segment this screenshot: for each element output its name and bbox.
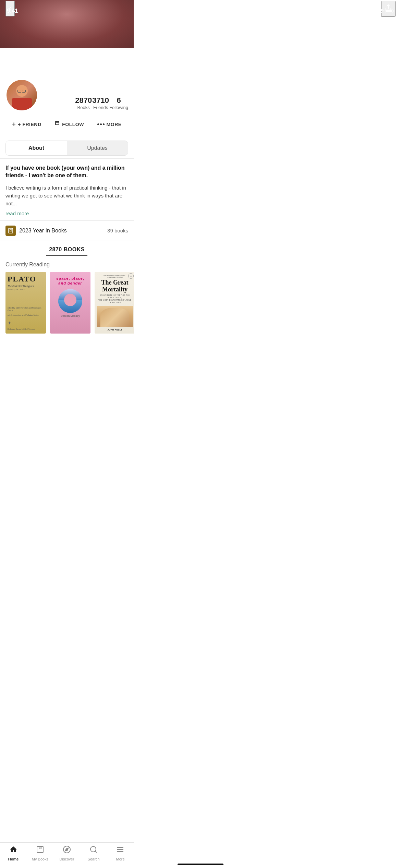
bio-body: I believe writing is a form of practical… <box>5 184 128 208</box>
read-more-link[interactable]: read more <box>5 210 128 216</box>
stat-friends[interactable]: 3710 Friends <box>92 96 109 110</box>
bio-section: If you have one book (your own) and a mi… <box>0 159 134 220</box>
books-count: 2870 <box>75 96 92 105</box>
book-space-place-gender[interactable]: space, place,and gender Doreen Massey <box>50 272 90 334</box>
space-title: space, place,and gender <box>56 276 84 286</box>
more-button[interactable]: MORE <box>93 119 126 130</box>
plato-title: PLATO <box>8 275 44 284</box>
friends-count: 3710 <box>92 96 109 105</box>
avatar <box>5 79 38 111</box>
book-plato[interactable]: PLATO The Collected Dialogues Including … <box>5 272 46 334</box>
book-great-mortality[interactable]: "Vivid, exciting and powerful reading...… <box>95 272 134 334</box>
books-section: 2870 BOOKS Currently Reading PLATO The C… <box>0 241 134 336</box>
plato-note: Including the Letters <box>8 288 44 291</box>
currently-reading-label: Currently Reading <box>0 262 134 272</box>
year-books-label: 2023 Year In Books <box>19 228 67 234</box>
year-books-count: 39 books <box>107 228 128 233</box>
tab-about[interactable]: About <box>6 141 67 155</box>
back-button[interactable]: ‹ <box>5 1 15 16</box>
mortality-author: JOHN KELLY <box>97 328 133 331</box>
year-in-books-row[interactable]: 2023 Year In Books 39 books <box>0 220 134 241</box>
stat-books[interactable]: 2870 Books <box>75 96 92 110</box>
tab-updates[interactable]: Updates <box>67 141 128 155</box>
books-label: Books <box>75 105 92 110</box>
friends-label: Friends <box>92 105 109 110</box>
mortality-subtitle: AN INTIMATE HISTORY OF THE BLACK DEATH,T… <box>97 294 133 304</box>
svg-point-5 <box>10 230 12 232</box>
mortality-top-text: "Vivid, exciting and powerful reading...… <box>97 275 133 278</box>
follow-button[interactable]: FOLLOW <box>50 118 88 131</box>
following-count: 6 <box>109 96 128 105</box>
stat-following[interactable]: 6 Following <box>109 96 128 110</box>
plato-subtitle: The Collected Dialogues <box>8 285 44 287</box>
following-label: Following <box>109 105 128 110</box>
space-author: Doreen Massey <box>61 314 80 317</box>
books-row: PLATO The Collected Dialogues Including … <box>0 272 134 334</box>
bio-headline: If you have one book (your own) and a mi… <box>5 164 128 180</box>
nav-bar: ‹ Trevor <box>0 0 134 17</box>
action-row: + + FRIEND FOLLOW MORE <box>5 118 128 132</box>
profile-section: 2870 Books 3710 Friends 6 Following + + … <box>0 96 134 138</box>
tab-bar: About Updates <box>5 141 128 156</box>
mortality-title: The GreatMortality <box>97 279 133 293</box>
year-books-icon <box>5 226 16 236</box>
friend-button[interactable]: + + FRIEND <box>8 118 45 131</box>
books-title: 2870 BOOKS <box>0 246 134 255</box>
